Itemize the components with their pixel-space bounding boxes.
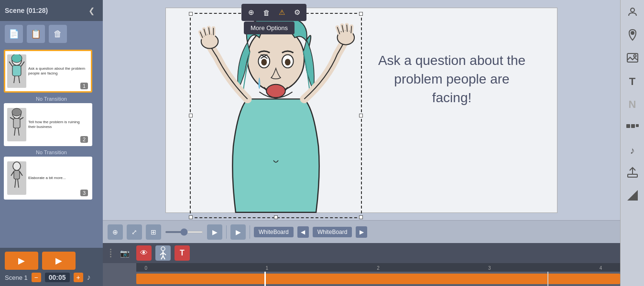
svg-line-4 bbox=[21, 62, 24, 66]
zoom-slider[interactable] bbox=[165, 231, 203, 233]
selection-handle-bl[interactable] bbox=[189, 215, 193, 219]
character-timeline-button[interactable] bbox=[155, 245, 171, 261]
svg-rect-59 bbox=[628, 174, 637, 177]
location-icon bbox=[627, 29, 638, 43]
increase-time-button[interactable]: + bbox=[74, 273, 83, 282]
whiteboard: Ask a question about the problem people … bbox=[165, 8, 557, 213]
svg-line-44 bbox=[347, 25, 347, 32]
selection-handle-mr[interactable] bbox=[359, 114, 363, 117]
stars-button[interactable] bbox=[624, 119, 641, 136]
play-from-here-icon: ▶ bbox=[236, 228, 241, 236]
right-panel: T N ♪ bbox=[620, 0, 644, 286]
eye-icon: 👁 bbox=[140, 249, 148, 257]
decrease-time-button[interactable]: − bbox=[32, 273, 41, 282]
playhead[interactable] bbox=[264, 272, 266, 286]
fit-icon: ⊕ bbox=[112, 228, 118, 236]
transition-label-1[interactable]: No Transition bbox=[4, 95, 99, 103]
text-timeline-icon: T bbox=[180, 249, 185, 257]
play-from-here-button[interactable]: ▶ bbox=[230, 224, 246, 240]
slide-thumb-3[interactable]: Elaborate a bit more... 3 bbox=[4, 157, 92, 200]
camera-icon: 📷 bbox=[120, 249, 130, 258]
canvas-toolbar: ⊕ 🗑 ⚠ ⚙ bbox=[241, 4, 306, 21]
warning-button[interactable]: ⚠ bbox=[275, 6, 288, 19]
ruler-mark-0: 0 bbox=[144, 265, 147, 271]
slide-list: Ask a question about the problem people … bbox=[0, 47, 103, 248]
text-N-icon: N bbox=[629, 98, 636, 111]
more-options-label: More Options bbox=[251, 24, 288, 32]
image-button[interactable] bbox=[624, 51, 641, 67]
wb-nav-left-button[interactable]: ◀ bbox=[297, 226, 309, 238]
timeline-tools: 📷 👁 T bbox=[103, 243, 620, 263]
music-button[interactable]: ♪ bbox=[624, 142, 641, 159]
selection-handle-tl[interactable] bbox=[189, 12, 193, 16]
grid-button[interactable]: ⊞ bbox=[146, 224, 161, 240]
svg-point-1 bbox=[11, 54, 22, 63]
text-N-button[interactable]: N bbox=[624, 96, 641, 113]
slide-1-thumbnail bbox=[7, 54, 26, 88]
drag-handle[interactable] bbox=[108, 249, 113, 257]
slide-item-1[interactable]: Ask a question about the problem people … bbox=[4, 50, 99, 93]
eye-icon-button[interactable]: 👁 bbox=[136, 245, 152, 261]
play-all-button[interactable]: ▶ bbox=[42, 252, 76, 270]
time-display: 00:05 bbox=[45, 273, 70, 282]
timeline-area: 📷 👁 T 0 bbox=[103, 243, 620, 286]
delete-element-button[interactable]: 🗑 bbox=[260, 6, 273, 19]
text-timeline-button[interactable]: T bbox=[175, 245, 190, 261]
playback-buttons: ▶ ▶ bbox=[5, 252, 98, 270]
selection-handle-br[interactable] bbox=[359, 215, 363, 219]
avatar-icon bbox=[627, 6, 638, 20]
text-T-button[interactable]: T bbox=[624, 74, 641, 90]
svg-line-17 bbox=[20, 171, 22, 176]
avatar-button[interactable] bbox=[624, 5, 641, 21]
wb-nav-right-button[interactable]: ▶ bbox=[356, 226, 367, 238]
location-button[interactable] bbox=[624, 28, 641, 44]
scene-title: Scene (01:28) bbox=[5, 7, 48, 14]
svg-rect-2 bbox=[12, 65, 21, 76]
slide-3-text: Elaborate a bit more... bbox=[26, 176, 68, 180]
upload-button[interactable] bbox=[624, 165, 641, 181]
selection-handle-tr[interactable] bbox=[359, 12, 363, 16]
slide-thumb-2[interactable]: Tell how the problem is ruining their bu… bbox=[4, 103, 92, 146]
corner-button[interactable] bbox=[624, 188, 641, 204]
slide-thumb-1[interactable]: Ask a question about the problem people … bbox=[4, 50, 92, 93]
camera-icon-button[interactable]: 📷 bbox=[117, 245, 132, 261]
scene-label: Scene 1 bbox=[5, 274, 28, 281]
svg-point-53 bbox=[631, 32, 634, 34]
play-all-icon: ▶ bbox=[55, 255, 62, 266]
fit-to-screen-button[interactable]: ⊕ bbox=[108, 224, 123, 240]
svg-rect-57 bbox=[631, 124, 635, 128]
new-blank-button[interactable]: 📄 bbox=[5, 25, 23, 43]
svg-line-10 bbox=[10, 117, 13, 119]
scene-header: Scene (01:28) ❮ bbox=[0, 0, 103, 21]
target-tool-button[interactable]: ⊕ bbox=[244, 6, 258, 19]
play-canvas-button[interactable]: ▶ bbox=[207, 224, 222, 240]
ruler-mark-4: 4 bbox=[600, 265, 602, 271]
expand-button[interactable]: ⤢ bbox=[127, 224, 142, 240]
grid-icon: ⊞ bbox=[151, 228, 156, 236]
svg-point-55 bbox=[633, 54, 636, 57]
new-doc-icon: 📄 bbox=[9, 29, 19, 39]
scene-toolbar: 📄 📋 🗑 bbox=[0, 21, 103, 47]
svg-point-46 bbox=[161, 247, 165, 251]
svg-line-5 bbox=[14, 76, 15, 83]
copy-icon: 📋 bbox=[31, 29, 41, 39]
selected-character[interactable] bbox=[190, 13, 362, 218]
more-options-button[interactable]: ⚙ bbox=[290, 6, 304, 19]
slide-3-number: 3 bbox=[80, 190, 88, 196]
svg-point-14 bbox=[13, 162, 21, 170]
svg-line-3 bbox=[9, 62, 12, 66]
bottom-toolbar: ⊕ ⤢ ⊞ ▶ ▶ WhiteBoard ◀ WhiteBoard ▶ bbox=[103, 220, 620, 243]
slide-item-2[interactable]: Tell how the problem is ruining their bu… bbox=[4, 103, 99, 146]
transition-label-2[interactable]: No Transition bbox=[4, 148, 99, 157]
selection-handle-bm[interactable] bbox=[274, 215, 278, 219]
svg-rect-15 bbox=[14, 170, 20, 179]
collapse-panel-button[interactable]: ❮ bbox=[85, 4, 98, 17]
selection-handle-ml[interactable] bbox=[189, 114, 193, 117]
svg-rect-56 bbox=[626, 124, 630, 128]
svg-line-12 bbox=[14, 128, 15, 136]
delete-slide-button[interactable]: 🗑 bbox=[49, 25, 67, 43]
upload-icon bbox=[627, 167, 638, 180]
play-scene-button[interactable]: ▶ bbox=[5, 252, 38, 270]
new-copy-button[interactable]: 📋 bbox=[27, 25, 45, 43]
slide-item-3[interactable]: Elaborate a bit more... 3 bbox=[4, 157, 99, 200]
